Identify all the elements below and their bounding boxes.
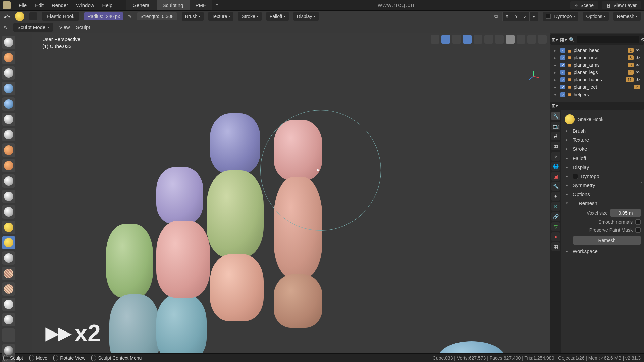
tool-draw[interactable] xyxy=(2,36,15,49)
outliner-item[interactable]: ▸ ✓ ▣ planar_feet 2 xyxy=(552,83,642,91)
menu-help[interactable]: Help xyxy=(98,1,117,9)
tool-blob[interactable] xyxy=(2,113,15,126)
panel-symmetry[interactable]: ▸Symmetry⋮⋮ xyxy=(565,181,641,190)
panel-falloff[interactable]: ▸Falloff⋮⋮ xyxy=(565,154,641,163)
brush-dropdown[interactable]: Brush xyxy=(182,12,204,21)
tool-fill[interactable] xyxy=(2,174,15,188)
shading-dropdown-icon[interactable] xyxy=(538,35,547,44)
tab-sculpting[interactable]: Sculpting xyxy=(157,0,190,10)
tab-particles[interactable]: ✦ xyxy=(551,192,560,201)
panel-remesh[interactable]: ▾Remesh⋮⋮ xyxy=(565,199,641,208)
shading-rendered-icon[interactable] xyxy=(527,35,536,44)
brush-dropdown-icon[interactable]: 🖌▾ xyxy=(3,14,10,19)
axis-gizmo[interactable] xyxy=(527,70,540,83)
xray-icon[interactable] xyxy=(484,35,493,44)
add-workspace-button[interactable]: + xyxy=(212,0,222,10)
expand-icon[interactable]: ▸ xyxy=(554,56,558,60)
brush-preview-icon[interactable] xyxy=(565,114,575,124)
tab-world[interactable]: 🌐 xyxy=(551,162,560,171)
tab-output[interactable]: 🖨 xyxy=(551,132,560,140)
tool-layer[interactable] xyxy=(2,82,15,95)
axis-z[interactable]: Z xyxy=(521,12,530,21)
outliner-item[interactable]: ▸ ✓ ▣ planar_arms 3 👁 xyxy=(552,61,642,69)
panel-options[interactable]: ▸Options⋮⋮ xyxy=(565,190,641,199)
outliner-item[interactable]: ▸ ✓ ▣ planar_hands 11 👁 xyxy=(552,76,642,83)
expand-icon[interactable]: ▸ xyxy=(554,63,558,67)
gizmo-dropdown-icon[interactable] xyxy=(452,35,461,44)
axis-y[interactable]: Y xyxy=(512,12,521,21)
filter-icon[interactable]: ⚙ xyxy=(641,37,644,42)
outliner-item[interactable]: ▸ ✓ ▣ planar_legs 4 👁 xyxy=(552,69,642,76)
dyntopo-toggle[interactable]: Dyntopo xyxy=(543,12,578,21)
editor-type-icon[interactable]: ⊞▾ xyxy=(552,37,558,42)
strength-slider[interactable]: Strength: 0.308 xyxy=(137,12,177,20)
outliner-search-input[interactable] xyxy=(577,36,639,43)
visibility-icon[interactable] xyxy=(431,35,439,44)
brush-preview-icon[interactable] xyxy=(15,12,24,21)
display-mode-icon[interactable]: ▦▾ xyxy=(560,37,567,42)
tool-rotate[interactable] xyxy=(2,313,15,326)
view-layer-selector[interactable]: ▦ View Layer xyxy=(602,1,641,9)
mirror-icon[interactable]: ⧉ xyxy=(494,13,498,19)
editor-type-icon[interactable]: ⊞▾ xyxy=(552,103,558,108)
visibility-icon[interactable]: 👁 xyxy=(636,70,640,75)
menu-window[interactable]: Window xyxy=(72,1,98,9)
panel-dyntopo[interactable]: ▸Dyntopo⋮⋮ xyxy=(565,172,641,181)
visibility-icon[interactable]: 👁 xyxy=(636,55,640,60)
shading-solid-icon[interactable] xyxy=(506,35,515,44)
tool-grab[interactable] xyxy=(2,221,15,234)
stroke-dropdown[interactable]: Stroke xyxy=(238,12,261,21)
visibility-icon[interactable]: 👁 xyxy=(636,77,640,82)
remesh-dropdown[interactable]: Remesh xyxy=(613,12,641,21)
tool-simplify[interactable] xyxy=(2,328,15,342)
tab-object[interactable]: ▣ xyxy=(551,172,560,181)
sculpt-menu[interactable]: Sculpt xyxy=(76,24,90,30)
falloff-dropdown[interactable]: Falloff xyxy=(266,12,289,21)
tool-flatten[interactable] xyxy=(2,159,15,172)
brush-name-field[interactable]: Elastic Hook xyxy=(42,12,79,21)
texture-dropdown[interactable]: Texture xyxy=(208,12,233,21)
checkbox-icon[interactable]: ✓ xyxy=(560,85,565,89)
tab-general[interactable]: General xyxy=(126,0,156,10)
tool-thumb[interactable] xyxy=(2,267,15,280)
expand-icon[interactable]: ▸ xyxy=(554,71,558,74)
pressure-radius-icon[interactable]: ✎ xyxy=(128,14,132,19)
panel-stroke[interactable]: ▸Stroke⋮⋮ xyxy=(565,144,641,154)
visibility-icon[interactable]: 👁 xyxy=(636,63,640,68)
tool-smooth[interactable] xyxy=(2,143,15,157)
panel-brush[interactable]: ▸Brush⋮⋮ xyxy=(565,126,641,135)
tab-texture[interactable]: ▦ xyxy=(551,242,560,251)
blender-logo-icon[interactable] xyxy=(3,1,11,9)
tool-pinch[interactable] xyxy=(2,205,15,219)
radius-slider[interactable]: Radius: 246 px xyxy=(84,12,123,20)
tab-material[interactable]: ● xyxy=(551,232,560,241)
options-dropdown[interactable]: Options xyxy=(583,12,609,21)
tab-view-layer[interactable]: ▦ xyxy=(551,142,560,150)
tool-scrape[interactable] xyxy=(2,190,15,203)
menu-file[interactable]: File xyxy=(15,1,31,9)
outliner-item[interactable]: ▾ ✓ ▣ helpers xyxy=(552,91,642,98)
checkbox-icon[interactable]: ✓ xyxy=(560,63,565,67)
tab-scene[interactable]: ⟐ xyxy=(551,152,560,161)
tool-pose[interactable] xyxy=(2,282,15,296)
smooth-normals-checkbox[interactable] xyxy=(635,219,641,225)
visibility-icon[interactable]: 👁 xyxy=(636,48,640,53)
panel-workspace[interactable]: ▸Workspace⋮⋮ xyxy=(565,247,641,256)
tab-constraints[interactable]: 🔗 xyxy=(551,212,560,221)
tool-elastic-deform[interactable] xyxy=(2,236,15,249)
checkbox-icon[interactable]: ✓ xyxy=(560,92,565,97)
shading-wire-icon[interactable] xyxy=(495,35,504,44)
tab-mesh[interactable]: ▽ xyxy=(551,222,560,231)
viewport-3d[interactable]: User Perspective (1) Cube.033 xyxy=(32,33,550,353)
overlay-dropdown-icon[interactable] xyxy=(474,35,482,44)
tool-inflate[interactable] xyxy=(2,97,15,111)
display-dropdown[interactable]: Display xyxy=(293,12,319,21)
tab-physics[interactable]: ⊙ xyxy=(551,202,560,211)
tab-tool[interactable]: 🔧 xyxy=(551,112,560,120)
view-menu[interactable]: View xyxy=(59,24,70,30)
tab-pme[interactable]: PME xyxy=(190,0,213,10)
expand-icon[interactable]: ▸ xyxy=(554,49,558,52)
gizmo-icon[interactable] xyxy=(441,35,450,44)
tool-snake-hook[interactable] xyxy=(2,251,15,265)
checkbox-icon[interactable]: ✓ xyxy=(560,55,565,60)
